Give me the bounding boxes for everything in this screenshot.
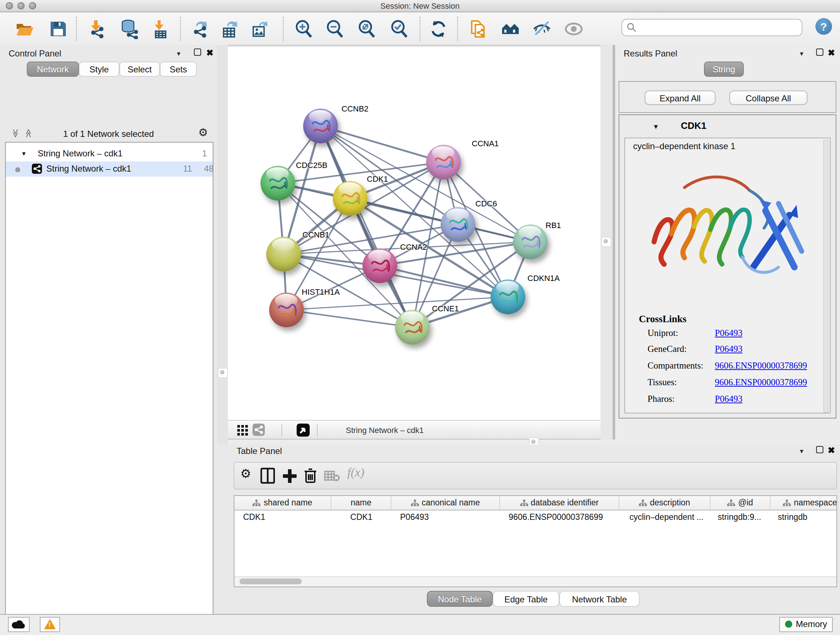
table-gear-icon[interactable]: ⚙: [240, 466, 251, 481]
collection-expand-icon[interactable]: ▼: [21, 146, 27, 162]
export-image-icon[interactable]: [250, 19, 271, 39]
show-columns-icon[interactable]: [261, 468, 275, 486]
node-label-HIST1H1A: HIST1H1A: [302, 287, 340, 296]
table-panel-float-icon[interactable]: [816, 446, 823, 455]
column-header-description[interactable]: description: [619, 496, 711, 510]
tab-sets[interactable]: Sets: [160, 62, 197, 77]
control-panel-float-icon[interactable]: [194, 49, 201, 58]
network-node-CCNA2[interactable]: [363, 249, 397, 283]
column-header-shared-name[interactable]: shared name: [234, 496, 332, 510]
zoom-in-icon[interactable]: [294, 19, 314, 39]
table-panel-splitter[interactable]: [228, 440, 840, 445]
cell-database-identifier: 9606.ENSP00000378699: [500, 510, 619, 524]
toolbar-separator: [76, 17, 77, 41]
export-table-icon[interactable]: [220, 19, 240, 39]
network-node-CDC6[interactable]: [441, 207, 475, 242]
function-builder-icon-disabled: f(x): [347, 466, 364, 480]
delete-column-icon[interactable]: [304, 468, 317, 486]
zoom-selected-icon[interactable]: [389, 19, 409, 39]
zoom-fit-icon[interactable]: [357, 19, 377, 39]
tab-node-table[interactable]: Node Table: [427, 591, 493, 607]
column-header-canonical-name[interactable]: canonical name: [392, 496, 500, 510]
collection-count: 1: [202, 146, 207, 162]
network-view-icon[interactable]: [253, 424, 265, 436]
crosslinks-title: CrossLinks: [639, 314, 687, 325]
table-horizontal-scrollbar[interactable]: [234, 576, 836, 586]
import-network-from-database-icon[interactable]: [119, 19, 140, 39]
crosslink-link[interactable]: P06493: [715, 344, 742, 355]
network-node-HIST1H1A[interactable]: [269, 293, 304, 327]
refresh-icon[interactable]: [428, 19, 448, 39]
hide-selected-icon[interactable]: [532, 19, 552, 39]
column-header-name[interactable]: name: [332, 496, 392, 510]
tab-edge-table[interactable]: Edge Table: [493, 591, 559, 607]
zoom-out-icon[interactable]: [325, 19, 345, 39]
results-panel-float-icon[interactable]: [816, 49, 823, 58]
table-row[interactable]: CDK1CDK1P064939606.ENSP00000378699cyclin…: [234, 510, 836, 524]
expand-all-button[interactable]: Expand All: [645, 90, 715, 105]
node-label-CCNA1: CCNA1: [472, 139, 499, 148]
column-header-@id[interactable]: @id: [711, 496, 771, 510]
tab-select[interactable]: Select: [119, 62, 160, 77]
search-input[interactable]: [622, 19, 802, 36]
cell-canonical-name: P06493: [392, 510, 500, 524]
tab-string[interactable]: String: [704, 62, 744, 77]
control-panel-menu-icon[interactable]: ▼: [176, 49, 182, 57]
network-node-CCNE1[interactable]: [395, 310, 430, 345]
network-canvas[interactable]: CCNB2 CCNA1 CDC25B CDK1 CDC6 RB1CCNB1 CC…: [228, 47, 600, 420]
crosslink-link[interactable]: 9606.ENSP00000378699: [715, 377, 807, 388]
protein-header[interactable]: ▼ CDK1: [619, 115, 836, 137]
table-panel-menu-icon[interactable]: ▼: [799, 447, 805, 455]
import-table-icon[interactable]: [150, 19, 171, 39]
help-icon[interactable]: ?: [815, 18, 832, 35]
main-toolbar: ?: [0, 12, 840, 46]
crosslink-link[interactable]: P06493: [715, 394, 742, 405]
add-column-icon[interactable]: [282, 468, 297, 486]
network-current-dot-icon: [15, 167, 20, 172]
collapse-all-button[interactable]: Collapse All: [729, 90, 807, 105]
cloud-status-button[interactable]: [8, 617, 30, 632]
tab-network-table[interactable]: Network Table: [559, 591, 639, 607]
control-panel-title: Control Panel: [9, 49, 61, 59]
results-panel-close-icon[interactable]: ✖: [828, 48, 835, 58]
collapse-all-icon[interactable]: ≫: [11, 128, 21, 138]
column-header-database-identifier[interactable]: database identifier: [500, 496, 619, 510]
show-all-icon-disabled: [564, 19, 584, 39]
network-node-CCNA1[interactable]: [426, 145, 461, 180]
network-node-CCNB1[interactable]: [266, 237, 301, 272]
warnings-button[interactable]: [40, 617, 60, 632]
protein-details-scrollbar[interactable]: [823, 140, 829, 413]
protein-collapse-icon[interactable]: ▼: [653, 123, 659, 130]
node-label-CCNE1: CCNE1: [432, 304, 459, 313]
column-header-namespace[interactable]: namespace: [771, 496, 837, 510]
table-panel: Table Panel ▼ ✖ ⚙ f(x) shared namenameca…: [217, 445, 840, 614]
memory-status-dot: [785, 621, 792, 628]
node-table[interactable]: shared namenamecanonical namedatabase id…: [234, 495, 837, 587]
network-node-CCNB2[interactable]: [303, 109, 338, 143]
results-panel-splitter[interactable]: [600, 45, 615, 440]
home-networks-icon[interactable]: [501, 19, 521, 39]
crosslink-link[interactable]: P06493: [715, 328, 742, 339]
network-node-CDK1[interactable]: [333, 181, 368, 216]
export-network-icon[interactable]: [190, 19, 210, 39]
clone-network-icon[interactable]: [468, 19, 488, 39]
network-node-RB1[interactable]: [513, 225, 548, 259]
control-panel-close-icon[interactable]: ✖: [206, 48, 213, 58]
tab-network[interactable]: Network: [27, 62, 79, 77]
network-collection-row[interactable]: ▼ String Network – cdk1 1: [6, 146, 213, 162]
cell-@id: stringdb:9...: [711, 510, 771, 524]
table-panel-close-icon[interactable]: ✖: [828, 445, 835, 455]
network-row[interactable]: String Network – cdk1 11 48: [6, 162, 213, 177]
import-network-icon[interactable]: [87, 19, 107, 39]
grid-view-icon[interactable]: [237, 425, 248, 439]
birds-eye-view-icon[interactable]: [297, 424, 309, 437]
network-node-CDKN1A[interactable]: [491, 279, 525, 314]
memory-button[interactable]: Memory: [779, 617, 833, 632]
tab-style[interactable]: Style: [79, 62, 119, 77]
network-options-gear-icon[interactable]: ⚙: [198, 126, 208, 139]
crosslink-link[interactable]: 9606.ENSP00000378699: [715, 361, 807, 371]
save-session-icon[interactable]: [48, 19, 68, 39]
network-node-CDC25B[interactable]: [261, 166, 295, 201]
open-session-icon[interactable]: [14, 19, 35, 39]
results-panel-menu-icon[interactable]: ▼: [799, 49, 805, 57]
